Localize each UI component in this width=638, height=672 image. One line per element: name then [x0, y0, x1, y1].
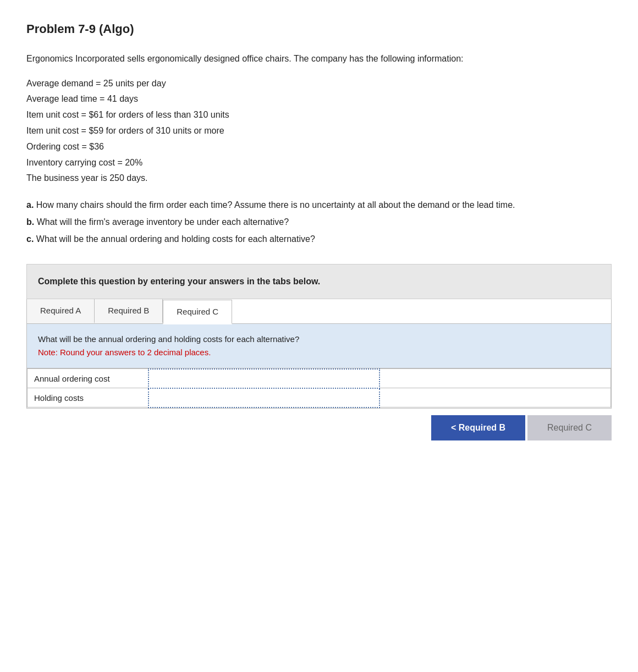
question-a: a. How many chairs should the firm order… [26, 197, 612, 213]
input-cell-holding-costs-1[interactable] [148, 388, 380, 407]
input-cell-annual-ordering-1[interactable] [148, 369, 380, 388]
answer-table: Annual ordering cost Holding costs [27, 368, 611, 408]
footer-buttons: < Required B Required C [26, 409, 612, 440]
tab-main-text: What will be the annual ordering and hol… [38, 333, 600, 346]
tabs-container: Required A Required B Required C What wi… [26, 299, 612, 409]
instruction-box: Complete this question by entering your … [26, 264, 612, 299]
tab-required-c[interactable]: Required C [163, 300, 232, 324]
param-7: The business year is 250 days. [26, 170, 612, 186]
input-holding-costs-1[interactable] [151, 391, 377, 405]
input-annual-ordering-2[interactable] [382, 372, 608, 385]
tab-required-b[interactable]: Required B [95, 299, 163, 323]
question-b: b. What will the firm's average inventor… [26, 214, 612, 230]
input-annual-ordering-1[interactable] [151, 372, 377, 385]
param-3: Item unit cost = $61 for orders of less … [26, 107, 612, 123]
problem-title: Problem 7-9 (Algo) [26, 22, 612, 36]
param-4: Item unit cost = $59 for orders of 310 u… [26, 123, 612, 139]
param-5: Ordering cost = $36 [26, 139, 612, 155]
table-row-annual-ordering: Annual ordering cost [28, 369, 611, 388]
tab-required-a[interactable]: Required A [27, 299, 95, 323]
table-row-holding-costs: Holding costs [28, 388, 611, 407]
input-cell-annual-ordering-2[interactable] [380, 369, 610, 388]
input-cell-holding-costs-2[interactable] [380, 388, 610, 407]
param-2: Average lead time = 41 days [26, 91, 612, 107]
tab-note-text: Note: Round your answers to 2 decimal pl… [38, 346, 600, 359]
param-1: Average demand = 25 units per day [26, 76, 612, 92]
questions-section: a. How many chairs should the firm order… [26, 197, 612, 247]
input-holding-costs-2[interactable] [382, 391, 608, 405]
instruction-text: Complete this question by entering your … [38, 277, 320, 286]
tabs-row: Required A Required B Required C [27, 299, 611, 324]
tab-content-area: What will be the annual ordering and hol… [27, 324, 611, 368]
param-6: Inventory carrying cost = 20% [26, 155, 612, 171]
back-required-b-button[interactable]: < Required B [431, 415, 525, 440]
problem-params: Average demand = 25 units per day Averag… [26, 76, 612, 187]
label-holding-costs: Holding costs [28, 388, 148, 407]
question-c: c. What will be the annual ordering and … [26, 232, 612, 247]
label-annual-ordering: Annual ordering cost [28, 369, 148, 388]
problem-intro: Ergonomics Incorporated sells ergonomica… [26, 52, 612, 66]
next-required-c-button[interactable]: Required C [527, 415, 612, 440]
